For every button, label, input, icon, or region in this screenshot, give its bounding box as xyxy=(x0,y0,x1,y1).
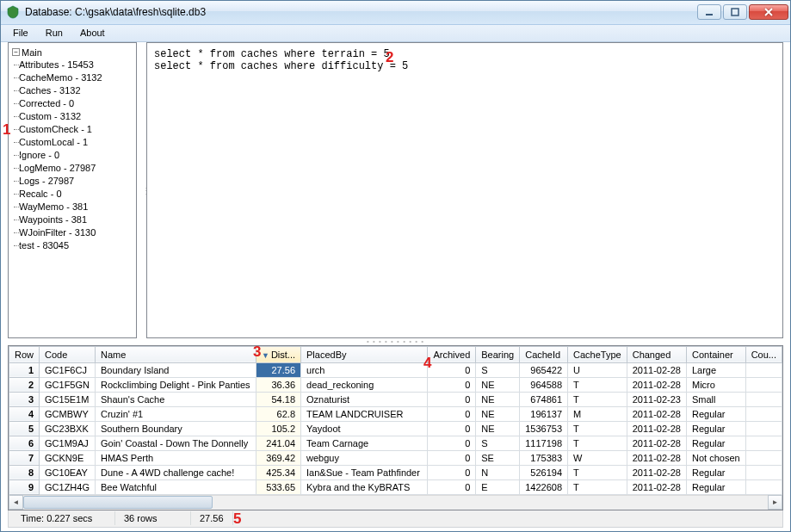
col-placedby[interactable]: PlacedBy xyxy=(301,346,428,362)
cell[interactable]: 0 xyxy=(428,377,476,392)
tree-item[interactable]: Corrected - 0 xyxy=(15,97,134,110)
cell[interactable] xyxy=(745,479,782,494)
cell[interactable]: T xyxy=(568,421,627,436)
table-row[interactable]: 5GC23BXKSouthern Boundary105.2Yaydoot0NE… xyxy=(9,421,782,436)
cell[interactable]: Oznaturist xyxy=(301,392,428,406)
cell[interactable]: Rockclimbing Delight - Pink Panties xyxy=(95,377,256,392)
cell[interactable]: 241.04 xyxy=(256,436,300,450)
table-row[interactable]: 2GC1F5GNRockclimbing Delight - Pink Pant… xyxy=(9,377,782,392)
cell[interactable]: NE xyxy=(476,377,520,392)
cell[interactable]: Large xyxy=(686,362,745,377)
cell[interactable]: 2011-02-28 xyxy=(627,465,686,479)
tree-item[interactable]: WJoinFilter - 3130 xyxy=(15,226,134,239)
cell[interactable]: 0 xyxy=(428,479,476,494)
col-bearing[interactable]: Bearing xyxy=(476,346,520,362)
cell[interactable]: GC1M9AJ xyxy=(40,436,96,450)
minimize-button[interactable] xyxy=(697,4,721,20)
tree-pane[interactable]: − Main Attributes - 15453CacheMemo - 313… xyxy=(8,42,137,338)
cell[interactable]: Regular xyxy=(686,406,745,421)
cell[interactable]: Ian&Sue - Team Pathfinder xyxy=(301,465,428,479)
menu-run[interactable]: Run xyxy=(37,25,71,40)
cell[interactable] xyxy=(745,406,782,421)
cell[interactable]: Not chosen xyxy=(686,450,745,465)
tree-item[interactable]: Custom - 3132 xyxy=(15,110,134,123)
tree-item[interactable]: Recalc - 0 xyxy=(15,188,134,201)
tree-item[interactable]: CacheMemo - 3132 xyxy=(15,71,134,84)
cell[interactable]: dead_reckoning xyxy=(301,377,428,392)
cell[interactable]: GC23BXK xyxy=(40,421,96,436)
tree-item[interactable]: Waypoints - 381 xyxy=(15,213,134,226)
tree-item[interactable]: test - 83045 xyxy=(15,239,134,252)
cell[interactable]: 0 xyxy=(428,362,476,377)
cell[interactable]: 965422 xyxy=(520,362,568,377)
cell[interactable]: NE xyxy=(476,421,520,436)
col-code[interactable]: Code xyxy=(40,346,96,362)
cell[interactable]: S xyxy=(476,436,520,450)
cell[interactable]: NE xyxy=(476,392,520,406)
cell[interactable]: T xyxy=(568,479,627,494)
cell[interactable] xyxy=(745,377,782,392)
cell[interactable]: U xyxy=(568,362,627,377)
collapse-icon[interactable]: − xyxy=(12,48,20,56)
cell[interactable]: 674861 xyxy=(520,392,568,406)
cell[interactable]: Dune - A 4WD challenge cache! xyxy=(95,465,256,479)
col-changed[interactable]: Changed xyxy=(627,346,686,362)
cell[interactable] xyxy=(745,465,782,479)
cell[interactable]: 369.42 xyxy=(256,450,300,465)
cell[interactable]: W xyxy=(568,450,627,465)
cell[interactable]: 2011-02-28 xyxy=(627,377,686,392)
tree-item[interactable]: CustomCheck - 1 xyxy=(15,123,134,136)
cell[interactable]: 1422608 xyxy=(520,479,568,494)
horizontal-splitter[interactable]: • • • • • • • • • • xyxy=(8,338,783,345)
cell[interactable]: 2011-02-28 xyxy=(627,406,686,421)
col-archived[interactable]: Archived xyxy=(428,346,476,362)
sql-editor[interactable]: select * from caches where terrain = 5 s… xyxy=(146,42,783,338)
col-cacheid[interactable]: CacheId xyxy=(520,346,568,362)
horizontal-scrollbar[interactable]: ◄ ► xyxy=(9,495,782,510)
cell[interactable]: 5 xyxy=(9,421,40,436)
tree-item[interactable]: LogMemo - 27987 xyxy=(15,162,134,175)
cell[interactable]: Shaun's Cache xyxy=(95,392,256,406)
cell[interactable]: GC1ZH4G xyxy=(40,479,96,494)
cell[interactable]: 7 xyxy=(9,450,40,465)
cell[interactable]: M xyxy=(568,406,627,421)
table-row[interactable]: 6GC1M9AJGoin' Coastal - Down The Donnell… xyxy=(9,436,782,450)
col-cou[interactable]: Cou... xyxy=(745,346,782,362)
cell[interactable]: Regular xyxy=(686,421,745,436)
cell[interactable]: GC10EAY xyxy=(40,465,96,479)
col-row[interactable]: Row xyxy=(9,346,40,362)
cell[interactable]: Yaydoot xyxy=(301,421,428,436)
col-cachetype[interactable]: CacheType xyxy=(568,346,627,362)
cell[interactable]: 54.18 xyxy=(256,392,300,406)
scroll-track[interactable] xyxy=(23,495,768,510)
cell[interactable]: 2 xyxy=(9,377,40,392)
cell[interactable]: 8 xyxy=(9,465,40,479)
tree-item[interactable]: Logs - 27987 xyxy=(15,175,134,188)
cell[interactable]: 0 xyxy=(428,421,476,436)
cell[interactable]: 2011-02-28 xyxy=(627,436,686,450)
tree-item[interactable]: Ignore - 0 xyxy=(15,149,134,162)
titlebar[interactable]: Database: C:\gsak\data\fresh\sqlite.db3 xyxy=(1,1,790,25)
cell[interactable]: 105.2 xyxy=(256,421,300,436)
maximize-button[interactable] xyxy=(723,4,747,20)
cell[interactable]: 0 xyxy=(428,465,476,479)
cell[interactable] xyxy=(745,392,782,406)
cell[interactable]: T xyxy=(568,465,627,479)
cell[interactable]: Cruzin' #1 xyxy=(95,406,256,421)
cell[interactable]: GC15E1M xyxy=(40,392,96,406)
cell[interactable]: 2011-02-28 xyxy=(627,421,686,436)
cell[interactable]: 6 xyxy=(9,436,40,450)
cell[interactable]: 9 xyxy=(9,479,40,494)
cell[interactable]: E xyxy=(476,479,520,494)
cell[interactable]: 0 xyxy=(428,392,476,406)
tree-root[interactable]: − Main xyxy=(10,46,134,59)
table-row[interactable]: 8GC10EAYDune - A 4WD challenge cache!425… xyxy=(9,465,782,479)
cell[interactable]: Southern Boundary xyxy=(95,421,256,436)
grid-scroll[interactable]: Row Code Name ▼Dist... PlacedBy Archived… xyxy=(9,346,782,495)
close-button[interactable] xyxy=(749,4,788,20)
cell[interactable]: GC1F6CJ xyxy=(40,362,96,377)
menu-about[interactable]: About xyxy=(71,25,114,40)
cell[interactable]: 533.65 xyxy=(256,479,300,494)
cell[interactable]: 2011-02-28 xyxy=(627,362,686,377)
cell[interactable]: 0 xyxy=(428,450,476,465)
